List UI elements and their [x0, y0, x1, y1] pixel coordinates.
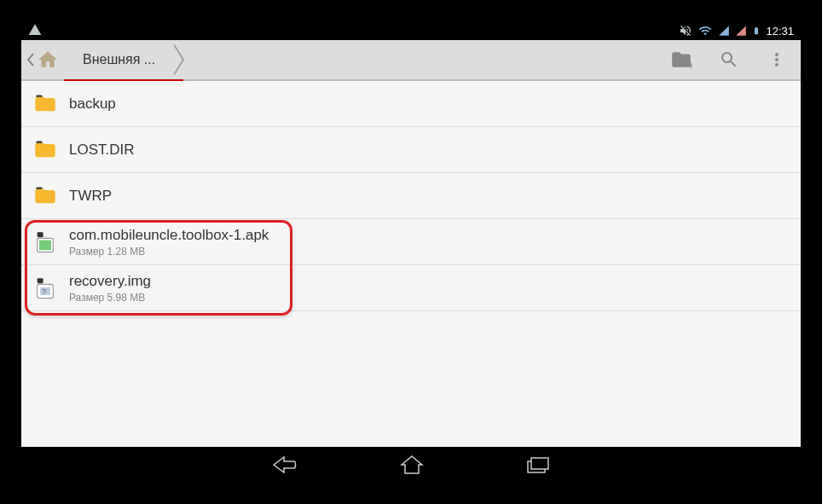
signal-icon-1 — [718, 25, 730, 37]
recents-nav-icon — [526, 455, 550, 474]
home-icon — [37, 49, 59, 71]
signal-icon-2 — [735, 25, 747, 37]
file-name: com.mobileuncle.toolbox-1.apk — [69, 227, 269, 244]
file-item[interactable]: com.mobileuncle.toolbox-1.apk Размер 1.2… — [21, 219, 801, 265]
search-icon — [719, 49, 739, 70]
folder-name: LOST.DIR — [69, 142, 135, 159]
home-nav-icon — [400, 455, 424, 475]
back-chevron-icon — [26, 52, 35, 67]
home-nav-button[interactable] — [400, 455, 424, 475]
file-size: Размер 5.98 MB — [69, 292, 151, 304]
clock: 12:31 — [766, 25, 794, 38]
warning-icon — [28, 23, 42, 37]
folder-icon — [33, 92, 57, 116]
file-name: recovery.img — [69, 273, 151, 290]
folder-icon — [33, 184, 57, 208]
recents-nav-button[interactable] — [526, 455, 550, 474]
svg-rect-7 — [38, 278, 43, 283]
home-button[interactable] — [21, 40, 69, 79]
overflow-menu-button[interactable] — [753, 39, 801, 80]
folder-icon — [33, 138, 57, 162]
device-frame: 12:31 Внешняя ... + — [0, 0, 822, 504]
status-bar: 12:31 — [21, 21, 801, 40]
new-folder-icon: + — [670, 49, 692, 71]
new-folder-button[interactable]: + — [657, 39, 705, 80]
battery-icon — [752, 24, 761, 38]
svg-rect-6 — [39, 240, 51, 250]
screen: 12:31 Внешняя ... + — [21, 21, 801, 483]
file-size: Размер 1.28 MB — [69, 246, 269, 258]
overflow-icon — [767, 49, 787, 70]
file-list[interactable]: backup LOST.DIR TWRP — [21, 81, 801, 447]
img-file-icon: ? — [33, 276, 57, 300]
search-button[interactable] — [705, 39, 753, 80]
folder-item[interactable]: LOST.DIR — [21, 127, 801, 173]
file-item[interactable]: ? recovery.img Размер 5.98 MB — [21, 265, 801, 311]
svg-rect-12 — [531, 458, 548, 469]
folder-item[interactable]: TWRP — [21, 173, 801, 219]
breadcrumb[interactable]: Внешняя ... — [69, 40, 174, 79]
folder-name: TWRP — [69, 188, 112, 205]
action-bar: Внешняя ... + — [21, 40, 801, 81]
apk-file-icon — [33, 230, 57, 254]
wifi-icon — [698, 24, 713, 38]
nav-bar — [21, 447, 801, 483]
breadcrumb-segment[interactable]: Внешняя ... — [69, 43, 174, 76]
folder-item[interactable]: backup — [21, 81, 801, 127]
back-nav-button[interactable] — [272, 455, 298, 475]
vibrate-icon — [679, 24, 692, 38]
svg-rect-4 — [38, 232, 43, 237]
svg-text:?: ? — [43, 288, 47, 296]
folder-name: backup — [69, 96, 116, 113]
svg-text:+: + — [688, 60, 692, 71]
back-nav-icon — [272, 455, 298, 475]
